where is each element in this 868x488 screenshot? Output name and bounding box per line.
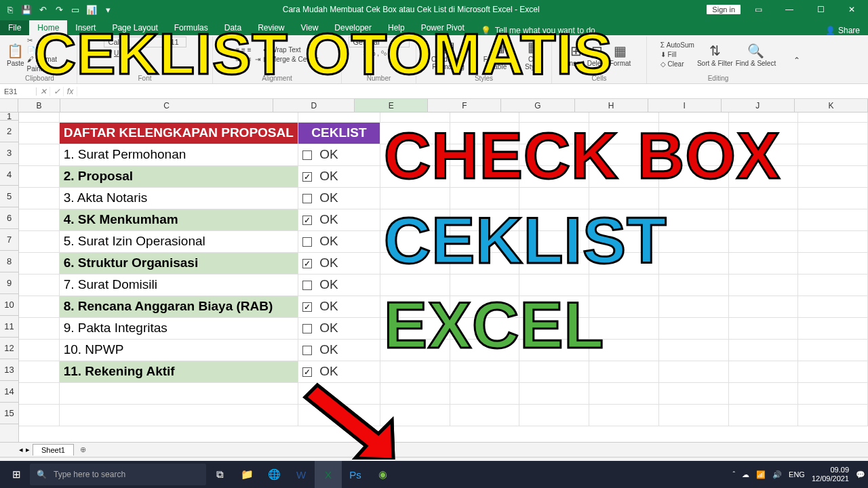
autosum-fill-clear[interactable]: Σ AutoSum⬇ Fill◇ Clear [660,41,694,69]
row-header[interactable]: 5 [0,186,18,207]
cell[interactable]: ✓ OK [298,361,380,382]
cell[interactable]: DAFTAR KELENGKAPAN PROPOSAL [59,122,298,144]
format-cells-button[interactable]: ▦Format [610,43,631,67]
col-header[interactable]: K [795,99,868,112]
cell[interactable] [728,187,798,209]
format-table-button[interactable]: ▦Format as Table [479,39,518,70]
cell[interactable]: ✓ OK [298,165,380,187]
tab-formulas[interactable]: Formulas [166,20,216,35]
checkbox[interactable]: ✓ [302,216,312,225]
new-sheet-button[interactable]: ⊕ [77,445,90,454]
cell[interactable] [519,230,589,252]
cell[interactable] [798,165,868,187]
cell[interactable] [519,122,589,144]
cell[interactable] [450,404,519,426]
app-excel[interactable]: X [315,461,342,488]
app-word[interactable]: W [288,461,315,488]
app-explorer[interactable]: 📁 [233,461,260,488]
cell[interactable] [658,165,728,187]
tab-insert[interactable]: Insert [67,20,104,35]
cell[interactable] [728,317,798,339]
cell[interactable] [450,274,519,296]
tray-wifi-icon[interactable]: 📶 [756,470,766,479]
cell[interactable] [728,339,798,361]
cell[interactable] [450,252,519,274]
cell[interactable] [798,274,868,296]
collapse-ribbon-icon[interactable]: ⌃ [789,56,804,65]
cell[interactable]: CEKLIST [298,122,380,144]
cell[interactable] [19,165,59,187]
cell[interactable] [19,339,59,361]
cell[interactable] [589,209,659,230]
tab-developer[interactable]: Developer [326,20,380,35]
cell[interactable] [380,404,450,426]
qat-btn[interactable]: ▾ [100,2,115,17]
number-buttons[interactable]: $ % , ⁰₀ ₀⁰ [363,49,393,58]
cell[interactable] [519,252,589,274]
cell[interactable] [798,122,868,144]
cell[interactable] [658,317,728,339]
cell[interactable]: 2. Proposal [59,165,298,187]
font-size-select[interactable]: 11 [166,37,186,47]
cell[interactable] [19,187,59,209]
find-select-button[interactable]: 🔍Find & Select [736,43,776,67]
cell[interactable] [589,404,659,426]
cell[interactable] [728,274,798,296]
cell[interactable] [658,209,728,230]
cell[interactable] [450,113,519,122]
cell[interactable] [519,361,589,382]
cell[interactable] [728,404,798,426]
cells-area[interactable]: DAFTAR KELENGKAPAN PROPOSALCEKLIST1. Sur… [19,113,868,442]
cell[interactable] [589,382,659,404]
cell[interactable] [450,144,519,165]
align-buttons[interactable]: ≡ ≡ ≡≡ ≡ ≡ ⇥ [236,45,261,64]
cell[interactable] [589,361,659,382]
tab-power-pivot[interactable]: Power Pivot [413,20,473,35]
cell[interactable] [59,113,298,122]
cell[interactable] [450,165,519,187]
cell[interactable] [798,230,868,252]
cell[interactable] [19,361,59,382]
cell[interactable] [19,382,59,404]
cell[interactable] [589,144,659,165]
tray-volume-icon[interactable]: 🔊 [772,470,782,479]
row-header[interactable]: 14 [0,381,18,403]
cell[interactable] [298,382,380,404]
cell[interactable] [658,404,728,426]
tray-cloud-icon[interactable]: ☁ [742,470,749,479]
wrap-merge-buttons[interactable]: ↩ Wrap Text⊞ Merge & Center [263,45,318,64]
cell[interactable] [380,296,450,317]
cell[interactable] [728,144,798,165]
cell[interactable] [519,209,589,230]
cell[interactable] [19,252,59,274]
cell[interactable] [589,113,659,122]
col-header[interactable]: B [18,99,60,112]
cell[interactable]: 8. Rencana Anggaran Biaya (RAB) [59,296,298,317]
number-format-select[interactable]: General [349,37,410,47]
cell[interactable] [380,122,450,144]
cell[interactable] [798,339,868,361]
cell[interactable] [589,165,659,187]
checkbox[interactable] [302,194,312,203]
cell[interactable] [380,209,450,230]
cell[interactable]: 6. Struktur Organisasi [59,252,298,274]
cell[interactable] [798,144,868,165]
tab-home[interactable]: Home [29,20,67,35]
start-button[interactable]: ⊞ [3,461,30,488]
cell[interactable]: OK [298,187,380,209]
cell[interactable] [658,144,728,165]
cond-format-button[interactable]: ▦Conditional Formatting [420,39,476,70]
maximize-icon[interactable]: ☐ [807,0,834,19]
cell[interactable] [298,404,380,426]
signin-button[interactable]: Sign in [707,5,741,14]
cell[interactable] [728,122,798,144]
cell[interactable] [519,113,589,122]
cell[interactable] [380,144,450,165]
cell[interactable] [658,361,728,382]
system-tray[interactable]: ˆ ☁ 📶 🔊 ENG 09.09 12/09/2021 💬 [732,466,865,483]
cell[interactable] [589,122,659,144]
spreadsheet-grid[interactable]: 123456789101112131415 DAFTAR KELENGKAPAN… [0,113,868,442]
cell[interactable] [658,382,728,404]
cell[interactable] [798,187,868,209]
cell[interactable] [798,296,868,317]
